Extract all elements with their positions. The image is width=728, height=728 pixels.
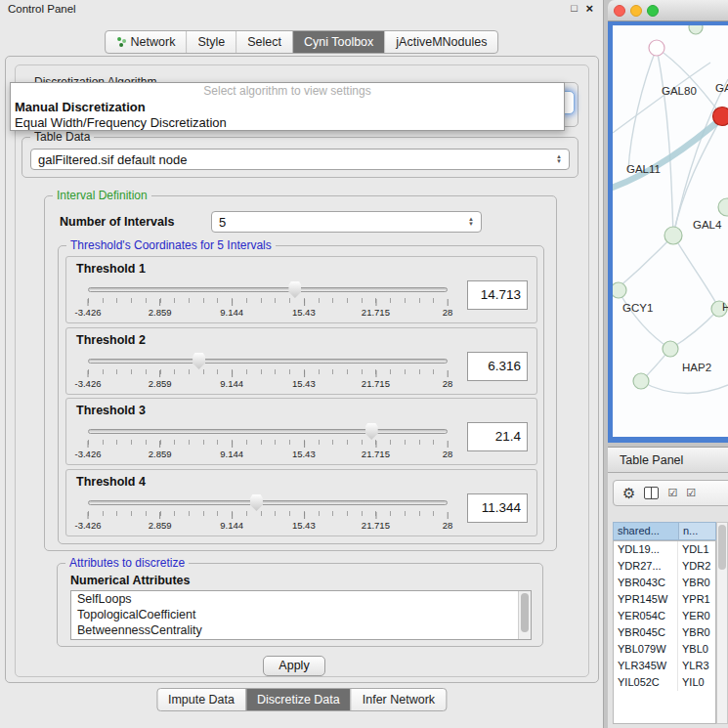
table-row[interactable]: YLR345WYLR3 [614, 658, 715, 674]
close-traffic-light-icon[interactable] [614, 5, 625, 17]
table-grid: YDL19...YDL1 YDR27...YDR2 YBR043CYBR0 YP… [613, 540, 716, 724]
table-row[interactable]: YDL19...YDL1 [614, 541, 715, 558]
select-all-check-icon[interactable]: ☑ [667, 487, 677, 499]
table-cell[interactable]: YLR345W [614, 658, 678, 674]
combobox-stepper-icon[interactable]: ▲ ▼ [550, 154, 562, 164]
tab-network[interactable]: Network [106, 31, 187, 53]
table-row[interactable]: YBR045CYBR0 [614, 624, 715, 641]
threshold-1-slider[interactable]: -3.426 2.859 9.144 15.43 21.715 28 [88, 280, 448, 321]
dropdown-option-manual-discretization[interactable]: Manual Discretization [11, 100, 564, 115]
table-cell[interactable]: YBR043C [614, 575, 678, 591]
table-data-combobox[interactable]: galFiltered.sif default node ▲ ▼ [30, 149, 570, 170]
slider-thumb[interactable] [288, 281, 301, 298]
list-item[interactable]: SelfLoops [71, 591, 531, 607]
table-cell[interactable]: YDR2 [678, 558, 715, 575]
table-cell[interactable]: YPR1 [678, 591, 715, 608]
network-node[interactable] [649, 40, 664, 56]
dropdown-option-equal-width[interactable]: Equal Width/Frequency Discretization [11, 115, 564, 131]
tab-jactivemnodules[interactable]: jActiveMNodules [384, 31, 497, 53]
table-cell[interactable]: YBR0 [678, 575, 715, 591]
network-window-titlebar[interactable] [608, 0, 728, 21]
network-node[interactable] [664, 227, 682, 244]
table-cell[interactable]: YER0 [678, 608, 715, 624]
slider-track[interactable] [88, 500, 448, 505]
node-label-partial[interactable]: H [722, 301, 728, 313]
node-label-hap2[interactable]: HAP2 [682, 362, 711, 373]
table-cell[interactable]: YBL079W [614, 641, 678, 658]
threshold-4-value-field[interactable]: 11.344 [467, 493, 528, 523]
table-panel-titlebar[interactable]: Table Panel [608, 447, 728, 473]
float-window-icon[interactable]: □ [571, 2, 578, 14]
node-label-gal11[interactable]: GAL11 [626, 163, 661, 175]
table-row[interactable]: YER054CYER0 [614, 608, 715, 624]
number-of-intervals-combobox[interactable]: 5 ▲ ▼ [211, 211, 482, 233]
network-node[interactable] [633, 373, 649, 389]
table-cell[interactable]: YDL19... [614, 541, 678, 558]
tab-cyni-toolbox[interactable]: Cyni Toolbox [292, 31, 384, 53]
table-cell[interactable]: YBL0 [678, 641, 715, 658]
combobox-stepper-icon[interactable]: ▲ ▼ [462, 217, 474, 227]
tab-style[interactable]: Style [186, 31, 236, 53]
tab-infer-network[interactable]: Infer Network [351, 689, 446, 710]
table-row[interactable]: YBR043CYBR0 [614, 575, 715, 591]
network-canvas[interactable]: GAL80 GA GAL11 GAL4 GCY1 H HAP2 [613, 25, 728, 437]
threshold-4-slider[interactable]: -3.426 2.859 9.144 15.43 21.715 28 [88, 493, 448, 535]
node-label-gal80[interactable]: GAL80 [662, 85, 697, 97]
tab-discretize-data[interactable]: Discretize Data [245, 689, 351, 710]
scrollbar-thumb[interactable] [521, 593, 529, 632]
network-node[interactable] [613, 282, 626, 298]
table-row[interactable]: YPR145WYPR1 [614, 591, 715, 608]
table-cell[interactable]: YBR0 [678, 624, 715, 641]
threshold-3-value-field[interactable]: 21.4 [467, 422, 528, 451]
table-cell[interactable]: YDR27... [614, 558, 678, 575]
minimize-traffic-light-icon[interactable] [630, 5, 642, 17]
apply-button[interactable]: Apply [263, 656, 325, 676]
threshold-3-slider[interactable]: -3.426 2.859 9.144 15.43 21.715 28 [88, 422, 448, 463]
tab-impute-data[interactable]: Impute Data [157, 689, 245, 710]
column-selector-icon[interactable] [644, 487, 659, 499]
gear-icon[interactable]: ⚙ [622, 486, 635, 500]
numerical-attributes-list[interactable]: SelfLoops TopologicalCoefficient Between… [70, 590, 532, 640]
column-header-shared[interactable]: shared... [613, 522, 679, 540]
select-column-check-icon[interactable]: ☑ [686, 487, 696, 499]
combobox-value: galFiltered.sif default node [38, 152, 187, 167]
threshold-2-slider[interactable]: -3.426 2.859 9.144 15.43 21.715 28 [88, 352, 448, 393]
node-label-gal4[interactable]: GAL4 [693, 219, 721, 231]
tab-label: Discretize Data [257, 693, 340, 707]
slider-thumb[interactable] [250, 494, 263, 511]
slider-thumb[interactable] [365, 423, 378, 440]
slider-track[interactable] [88, 287, 448, 292]
table-row[interactable]: YBL079WYBL0 [614, 641, 715, 658]
slider-thumb[interactable] [193, 353, 205, 369]
table-cell[interactable]: YER054C [614, 608, 678, 624]
table-row[interactable]: YDR27...YDR2 [614, 558, 715, 575]
list-scrollbar[interactable] [518, 591, 531, 639]
table-cell[interactable]: YDL1 [678, 541, 715, 558]
node-label-partial[interactable]: GA [715, 82, 728, 94]
table-cell[interactable]: YIL0 [678, 674, 715, 691]
scrollbar-thumb[interactable] [718, 525, 726, 570]
table-row[interactable]: YIL052CYIL0 [614, 674, 715, 691]
node-label-gcy1[interactable]: GCY1 [622, 302, 653, 314]
table-cell[interactable]: YLR3 [678, 658, 715, 674]
zoom-traffic-light-icon[interactable] [647, 5, 659, 17]
close-window-icon[interactable]: × [585, 1, 593, 16]
table-data-group: Table Data galFiltered.sif default node … [21, 137, 578, 178]
tick-label: 15.43 [292, 441, 316, 459]
network-node[interactable] [718, 198, 728, 216]
network-node[interactable] [689, 25, 703, 34]
slider-track[interactable] [88, 429, 448, 434]
table-cell[interactable]: YIL052C [614, 674, 678, 691]
threshold-1-value-field[interactable]: 14.713 [467, 280, 528, 310]
slider-track[interactable] [88, 359, 448, 364]
threshold-2-value-field[interactable]: 6.316 [467, 352, 528, 381]
table-scrollbar[interactable] [716, 522, 728, 724]
network-node-selected[interactable] [713, 107, 728, 126]
column-header-name[interactable]: n... [679, 522, 716, 540]
table-cell[interactable]: YPR145W [614, 591, 678, 608]
table-cell[interactable]: YBR045C [614, 624, 678, 641]
network-node[interactable] [663, 341, 678, 357]
list-item[interactable]: TopologicalCoefficient [71, 607, 531, 622]
tab-select[interactable]: Select [236, 31, 292, 53]
list-item[interactable]: BetweennessCentrality [71, 622, 531, 638]
